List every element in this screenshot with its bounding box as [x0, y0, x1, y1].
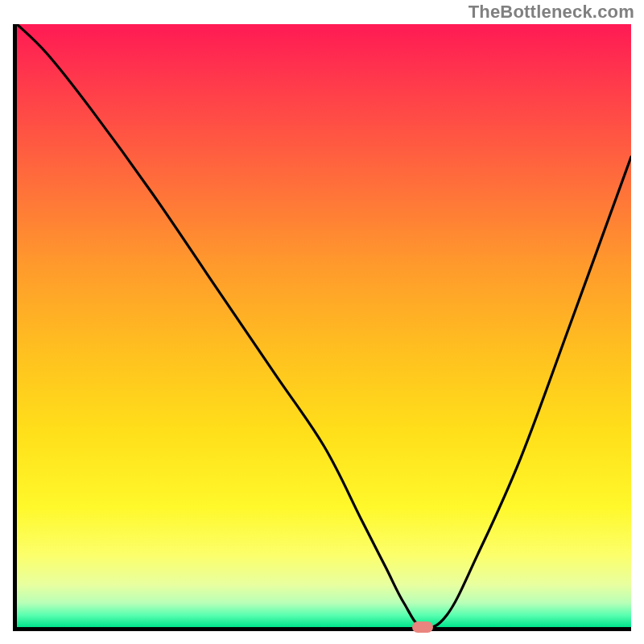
chart-optimum-marker	[412, 621, 433, 633]
chart-plot-area	[13, 24, 631, 631]
chart-background-gradient	[17, 24, 631, 627]
attribution-label: TheBottleneck.com	[469, 2, 634, 23]
